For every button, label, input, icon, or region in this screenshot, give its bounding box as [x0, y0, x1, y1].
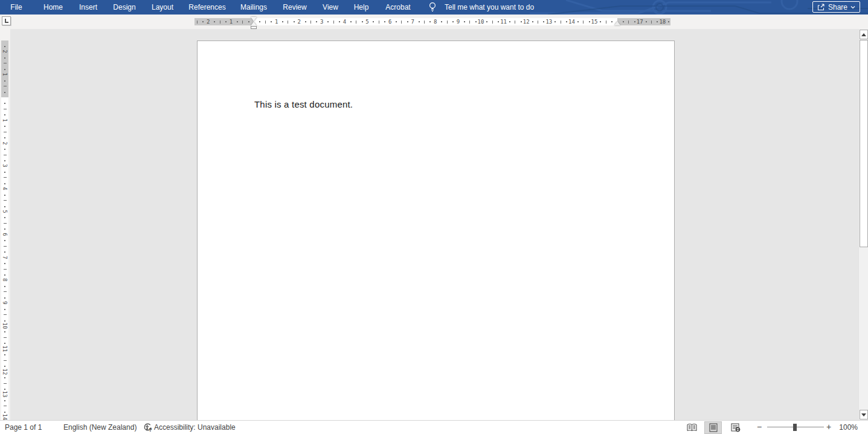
hanging-indent-marker[interactable]	[251, 22, 257, 26]
zoom-level[interactable]: 100%	[838, 421, 858, 434]
h-ruler-tick	[327, 21, 329, 22]
v-ruler-number: 4	[2, 187, 8, 190]
v-ruler-tick	[4, 63, 7, 63]
menu-tab-home[interactable]: Home	[43, 0, 63, 15]
v-ruler-tick	[4, 366, 5, 367]
h-ruler-number: 10	[478, 19, 484, 25]
menu-tab-acrobat[interactable]: Acrobat	[385, 0, 410, 15]
menu-tab-view[interactable]: View	[323, 0, 338, 15]
share-label: Share	[828, 3, 847, 11]
v-ruler-tick	[4, 343, 5, 344]
document-page[interactable]: This is a test document.	[197, 40, 675, 420]
v-ruler-tick	[4, 377, 5, 378]
view-button-web-layout[interactable]	[727, 421, 744, 434]
scroll-up-button[interactable]	[860, 30, 868, 39]
title-bar: FileHomeInsertDesignLayoutReferencesMail…	[0, 0, 868, 15]
menu-tab-review[interactable]: Review	[283, 0, 306, 15]
v-ruler-tick	[4, 320, 5, 322]
h-ruler-tick	[259, 21, 260, 22]
v-ruler-tick	[4, 269, 7, 270]
h-ruler-tick	[197, 21, 198, 24]
h-ruler-tick	[634, 21, 635, 22]
h-ruler-tick	[310, 21, 311, 24]
first-line-indent-marker[interactable]	[251, 17, 257, 21]
right-indent-marker[interactable]	[614, 21, 620, 25]
h-ruler-tick	[248, 21, 249, 22]
tell-me-box[interactable]: Tell me what you want to do	[445, 0, 534, 15]
menu-tab-references[interactable]: References	[188, 0, 225, 15]
h-ruler-tick	[611, 21, 612, 22]
h-ruler-tick	[469, 21, 470, 24]
scroll-down-button[interactable]	[860, 410, 868, 419]
menu-tab-insert[interactable]: Insert	[79, 0, 97, 15]
h-ruler-tick	[294, 21, 295, 22]
h-ruler-tick	[379, 21, 379, 24]
h-ruler-number: 5	[365, 19, 368, 25]
v-ruler-number: 2	[2, 141, 8, 144]
h-ruler-tick	[538, 21, 538, 24]
h-ruler-number: 1	[275, 19, 278, 25]
h-ruler-tick	[407, 21, 408, 22]
h-ruler-tick	[555, 21, 556, 22]
v-ruler-number: 11	[2, 345, 8, 352]
v-ruler-number: 1	[2, 73, 8, 76]
h-ruler-tick	[419, 21, 420, 22]
v-ruler-tick	[4, 291, 7, 292]
v-ruler-number: 5	[2, 210, 8, 213]
h-ruler-number: 12	[523, 19, 530, 25]
menu-tab-design[interactable]: Design	[113, 0, 135, 15]
h-ruler-tick	[475, 21, 477, 22]
h-ruler-number: 6	[388, 19, 391, 25]
menu-tab-mailings[interactable]: Mailings	[240, 0, 267, 15]
ruler-band: 211234567891011121314151718	[0, 15, 868, 29]
h-ruler-tick	[561, 21, 561, 24]
v-ruler-tick	[4, 406, 7, 406]
share-button[interactable]: Share	[812, 1, 860, 13]
tab-stop-selector[interactable]	[2, 16, 11, 25]
chevron-down-icon	[850, 5, 855, 9]
document-text[interactable]: This is a test document.	[254, 99, 353, 109]
h-ruler-tick	[401, 21, 402, 24]
vertical-scrollbar[interactable]	[858, 29, 868, 420]
view-button-read-mode[interactable]	[683, 421, 701, 434]
vertical-ruler-column: 211234567891011121314	[0, 29, 10, 420]
v-ruler-number: 9	[2, 301, 8, 304]
view-button-print-layout[interactable]	[704, 421, 722, 434]
v-ruler-tick	[4, 109, 7, 109]
share-icon	[817, 3, 825, 11]
h-ruler-tick	[515, 21, 515, 24]
h-ruler-tick	[651, 21, 652, 24]
h-ruler-number: 9	[457, 19, 460, 25]
h-ruler-tick	[486, 21, 487, 22]
v-ruler-tick	[4, 223, 7, 224]
vertical-ruler[interactable]: 211234567891011121314	[1, 40, 8, 420]
h-ruler-tick	[225, 21, 227, 22]
zoom-out-button[interactable]: −	[757, 421, 762, 434]
v-ruler-tick	[4, 149, 5, 150]
scrollbar-thumb[interactable]	[860, 40, 868, 247]
v-ruler-tick	[4, 69, 5, 70]
v-ruler-tick	[4, 137, 5, 138]
v-ruler-tick	[4, 195, 5, 196]
v-ruler-tick	[4, 360, 7, 361]
page-indicator[interactable]: Page 1 of 1	[5, 421, 42, 434]
document-canvas: This is a test document.	[10, 29, 858, 420]
menu-tab-help[interactable]: Help	[354, 0, 369, 15]
language-indicator[interactable]: English (New Zealand)	[63, 421, 137, 434]
h-ruler-number: 17	[637, 19, 643, 25]
menu-tab-file[interactable]: File	[10, 0, 22, 15]
h-ruler-tick	[447, 21, 448, 24]
v-ruler-tick	[4, 263, 5, 264]
v-ruler-number: 12	[2, 368, 8, 375]
h-ruler-tick	[350, 21, 352, 22]
zoom-slider-handle[interactable]	[793, 424, 797, 431]
scroll-down-icon	[861, 413, 866, 416]
h-ruler-tick	[646, 21, 647, 22]
h-ruler-number: 7	[411, 19, 414, 25]
accessibility-status[interactable]: ? Accessibility: Unavailable	[143, 421, 236, 434]
menu-tab-layout[interactable]: Layout	[152, 0, 173, 15]
v-ruler-tick	[4, 155, 7, 155]
h-ruler-tick	[628, 21, 629, 24]
horizontal-ruler[interactable]: 211234567891011121314151718	[194, 18, 670, 25]
zoom-in-button[interactable]: +	[826, 421, 831, 434]
